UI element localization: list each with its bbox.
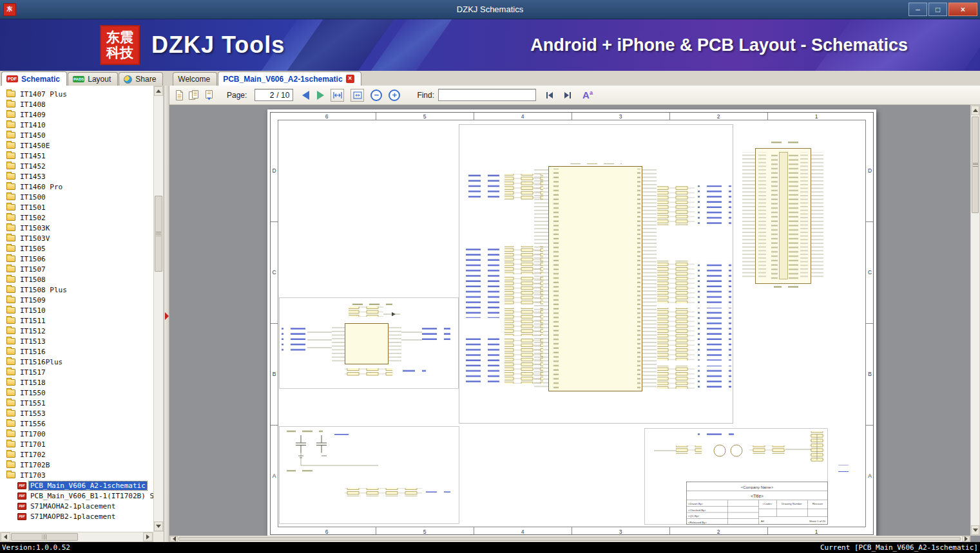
tab-layout[interactable]: PADS Layout xyxy=(68,72,118,86)
viewer-vertical-scrollbar[interactable] xyxy=(970,105,980,536)
folder-item[interactable]: IT1511 xyxy=(0,315,153,326)
folder-item[interactable]: IT1516Plus xyxy=(0,357,153,367)
folder-item[interactable]: IT1503V xyxy=(0,233,153,243)
folder-item[interactable]: IT1508 xyxy=(0,274,153,285)
sidebar-horizontal-scrollbar[interactable] xyxy=(0,532,153,542)
viewer-horizontal-scrollbar[interactable] xyxy=(169,536,970,542)
scroll-right-icon[interactable] xyxy=(143,532,153,541)
page-total-label: / 10 xyxy=(276,91,289,100)
scroll-down-icon[interactable] xyxy=(971,525,979,535)
folder-item[interactable]: IT1551 xyxy=(0,398,153,408)
folder-item[interactable]: IT1450E xyxy=(0,140,153,151)
folder-item[interactable]: IT1502 xyxy=(0,212,153,223)
folder-item[interactable]: IT1507 xyxy=(0,264,153,274)
folder-item[interactable]: IT1452 xyxy=(0,161,153,171)
file-item[interactable]: PDF PCB_Main_V606_B1-1(IT1702B) Sch xyxy=(0,491,153,501)
previous-page-icon[interactable] xyxy=(302,91,309,100)
folder-item[interactable]: IT1700 xyxy=(0,429,153,439)
scroll-left-icon[interactable] xyxy=(170,536,178,541)
close-button[interactable]: × xyxy=(948,3,977,16)
folder-item[interactable]: IT1505 xyxy=(0,243,153,254)
version-label: Version:1.0.0.52 xyxy=(2,543,70,552)
folder-icon xyxy=(6,91,15,97)
page-view-single-icon[interactable] xyxy=(175,89,184,101)
tab-welcome[interactable]: Welcome xyxy=(173,72,217,86)
zoom-out-icon[interactable]: − xyxy=(370,89,382,101)
tab-share[interactable]: Share xyxy=(119,72,163,86)
fit-width-button[interactable] xyxy=(331,89,344,102)
folder-item[interactable]: IT1509 xyxy=(0,295,153,305)
scroll-left-icon[interactable] xyxy=(1,532,10,541)
tab-close-icon[interactable]: × xyxy=(346,75,354,83)
zoom-in-icon[interactable]: + xyxy=(389,89,400,101)
folder-item[interactable]: IT1510 xyxy=(0,305,153,315)
folder-item[interactable]: IT1409 xyxy=(0,109,153,120)
find-next-icon[interactable] xyxy=(563,91,572,99)
folder-item[interactable]: IT1556 xyxy=(0,418,153,429)
pdf-canvas[interactable]: 6 5 4 3 2 1 6 5 4 3 2 1 D C B xyxy=(169,105,970,536)
scroll-down-icon[interactable] xyxy=(154,521,163,531)
folder-item[interactable]: IT1553 xyxy=(0,408,153,418)
viewer-hscroll-thumb[interactable] xyxy=(178,537,961,541)
folder-item[interactable]: IT1508 Plus xyxy=(0,285,153,295)
viewer-vscroll-thumb[interactable] xyxy=(972,117,979,213)
folder-item[interactable]: IT1410 xyxy=(0,120,153,130)
page-view-double-icon[interactable] xyxy=(188,89,200,101)
folder-item[interactable]: IT1702B xyxy=(0,460,153,470)
folder-item[interactable]: IT1407 Plus xyxy=(0,89,153,99)
folder-icon xyxy=(6,451,15,458)
folder-item[interactable]: IT1506 xyxy=(0,254,153,264)
folder-item[interactable]: IT1550 xyxy=(0,388,153,398)
pdf-page[interactable]: 6 5 4 3 2 1 6 5 4 3 2 1 D C B xyxy=(267,109,876,536)
folder-item[interactable]: IT1703 xyxy=(0,470,153,480)
folder-label: IT1503K xyxy=(19,224,51,232)
folder-icon xyxy=(6,153,15,159)
tab-open-document[interactable]: PCB_Main_V606_A2-1schematic × xyxy=(218,71,361,86)
sidebar-vertical-scrollbar[interactable] xyxy=(153,86,164,532)
sidebar-vscroll-thumb[interactable] xyxy=(155,196,162,272)
folder-item[interactable]: IT1451 xyxy=(0,151,153,161)
minimize-button[interactable]: – xyxy=(908,3,927,16)
folder-item[interactable]: IT1701 xyxy=(0,439,153,449)
folder-item[interactable]: IT1516 xyxy=(0,346,153,357)
folder-label: IT1516 xyxy=(19,348,47,356)
title-block-revision: Revision xyxy=(812,502,823,505)
fit-page-button[interactable] xyxy=(351,89,364,102)
scroll-up-icon[interactable] xyxy=(971,106,979,115)
folder-label: IT1512 xyxy=(19,327,47,335)
folder-icon xyxy=(6,245,15,252)
page-number-input[interactable] xyxy=(258,91,274,100)
file-item[interactable]: PDF PCB_Main_V606_A2-1schematic xyxy=(0,480,153,491)
folder-item[interactable]: IT1513 xyxy=(0,336,153,346)
file-item[interactable]: PDF S71MAOPB2-1placement xyxy=(0,511,153,521)
folder-item[interactable]: IT1702 xyxy=(0,449,153,460)
tab-schematic[interactable]: PDF Schematic xyxy=(1,71,67,86)
page-view-scroll-icon[interactable] xyxy=(204,89,214,101)
folder-label: IT1450 xyxy=(19,131,47,140)
folder-item[interactable]: IT1518 xyxy=(0,377,153,388)
folder-item[interactable]: IT1453 xyxy=(0,171,153,182)
folder-item[interactable]: IT1450 xyxy=(0,130,153,140)
folder-item[interactable]: IT1501 xyxy=(0,202,153,212)
sidebar-hscroll-thumb[interactable] xyxy=(11,533,78,541)
next-page-icon[interactable] xyxy=(317,91,324,100)
scroll-up-icon[interactable] xyxy=(154,86,163,96)
folder-item[interactable]: IT1408 xyxy=(0,99,153,109)
grid-row-label: C xyxy=(272,269,276,276)
folder-item[interactable]: IT1460 Pro xyxy=(0,182,153,192)
sidebar-splitter[interactable] xyxy=(164,86,169,542)
scroll-right-icon[interactable] xyxy=(962,536,970,541)
folder-item[interactable]: IT1517 xyxy=(0,367,153,377)
find-previous-icon[interactable] xyxy=(545,91,554,99)
panel-collapse-icon[interactable] xyxy=(165,312,169,320)
folder-item[interactable]: IT1500 xyxy=(0,192,153,202)
file-item[interactable]: PDF S71MAOHA2-1placement xyxy=(0,501,153,511)
text-size-button[interactable]: Aa xyxy=(582,89,593,100)
folder-icon xyxy=(6,369,15,375)
folder-label: IT1553 xyxy=(19,409,47,418)
folder-item[interactable]: IT1503K xyxy=(0,223,153,233)
folder-item[interactable]: IT1512 xyxy=(0,326,153,336)
find-input[interactable] xyxy=(438,89,536,101)
maximize-button[interactable]: □ xyxy=(928,3,947,16)
folder-list: IT1407 Plus IT1408 IT1409 IT1410 xyxy=(0,89,153,480)
